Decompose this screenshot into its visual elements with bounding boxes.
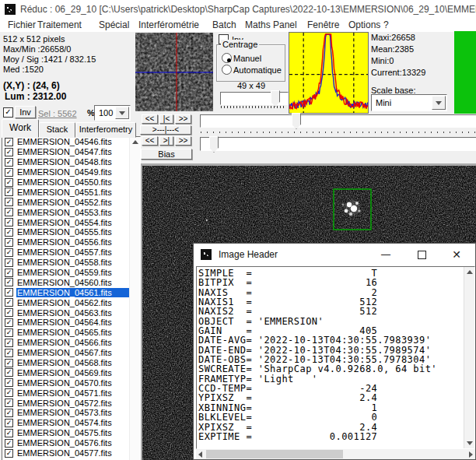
file-checkbox[interactable]: ✓ xyxy=(5,218,13,226)
file-checkbox[interactable]: ✓ xyxy=(5,138,13,146)
menu-fichier[interactable]: Fichier xyxy=(8,19,36,30)
range-slider[interactable] xyxy=(200,137,476,151)
list-item[interactable]: ✓EMMERSION_04563.fits xyxy=(2,307,140,318)
list-item[interactable]: ✓EMMERSION_04577.fits xyxy=(2,448,140,458)
list-item[interactable]: ✓EMMERSION_04573.fits xyxy=(2,408,140,418)
nav-next-top-button[interactable]: >> xyxy=(175,114,191,124)
list-item[interactable]: ✓EMMERSION_04549.fits xyxy=(2,167,140,177)
box-size-slider-thumb[interactable] xyxy=(271,90,280,107)
list-item[interactable]: ✓EMMERSION_04564.fits xyxy=(2,318,140,328)
list-item[interactable]: ✓EMMERSION_04568.fits xyxy=(2,358,140,368)
list-item[interactable]: ✓EMMERSION_04554.fits xyxy=(2,217,140,227)
nav-mark-left-button[interactable]: |< xyxy=(159,114,173,124)
menu-batch[interactable]: Batch xyxy=(212,19,236,30)
list-item[interactable]: ✓EMMERSION_04551.fits xyxy=(2,187,140,197)
list-item[interactable]: ✓EMMERSION_04574.fits xyxy=(2,418,140,428)
file-checkbox[interactable]: ✓ xyxy=(5,178,13,187)
profile-plot[interactable] xyxy=(289,32,369,114)
list-item[interactable]: ✓EMMERSION_04576.fits xyxy=(2,438,140,448)
list-item[interactable]: ✓EMMERSION_04546.fits xyxy=(2,137,140,147)
bias-button[interactable]: Bias xyxy=(141,149,192,160)
file-checkbox[interactable]: ✓ xyxy=(5,399,13,407)
file-checkbox[interactable]: ✓ xyxy=(5,288,13,297)
menu-help[interactable]: ? xyxy=(383,19,389,30)
nav-mark-right-button[interactable]: >| xyxy=(159,136,173,146)
list-item[interactable]: ✓EMMERSION_04561.fits xyxy=(2,287,140,297)
list-item[interactable]: ✓EMMERSION_04556.fits xyxy=(2,237,140,248)
file-checkbox[interactable]: ✓ xyxy=(5,198,13,206)
menu-options[interactable]: Options xyxy=(348,19,380,30)
file-checkbox[interactable]: ✓ xyxy=(5,318,13,327)
list-item[interactable]: ✓EMMERSION_04562.fits xyxy=(2,297,140,307)
file-checkbox[interactable]: ✓ xyxy=(5,359,13,367)
selection-count-link[interactable]: Sel : 5562 xyxy=(38,109,77,118)
scroll-right-icon[interactable] xyxy=(469,451,473,458)
file-checkbox[interactable]: ✓ xyxy=(5,449,13,458)
list-item[interactable]: ✓EMMERSION_04553.fits xyxy=(2,207,140,217)
range-slider-thumb[interactable] xyxy=(209,136,219,153)
close-button[interactable]: ✕ xyxy=(445,244,468,265)
list-item[interactable]: ✓EMMERSION_04548.fits xyxy=(2,157,140,167)
menu-fenetre[interactable]: Fenêtre xyxy=(307,19,339,30)
nav-next-button[interactable]: >> xyxy=(175,136,191,146)
file-checkbox[interactable]: ✓ xyxy=(5,208,13,216)
file-checkbox[interactable]: ✓ xyxy=(5,439,13,448)
scroll-up-icon[interactable] xyxy=(467,270,473,274)
file-checkbox[interactable]: ✓ xyxy=(5,378,13,387)
list-item[interactable]: ✓EMMERSION_04569.fits xyxy=(2,367,140,377)
list-item[interactable]: ✓EMMERSION_04550.fits xyxy=(2,177,140,188)
list-item[interactable]: ✓EMMERSION_04559.fits xyxy=(2,268,140,278)
inv-checkbox[interactable]: ✓ xyxy=(3,107,13,118)
file-checkbox[interactable]: ✓ xyxy=(5,328,13,337)
menu-special[interactable]: Spécial xyxy=(99,19,129,30)
zoom-thumbnail[interactable] xyxy=(135,33,213,111)
menu-interferometrie[interactable]: Interférométrie xyxy=(138,19,199,30)
menu-maths-panel[interactable]: Maths Panel xyxy=(245,19,297,30)
frame-slider-thumb[interactable] xyxy=(292,113,301,129)
list-item[interactable]: ✓EMMERSION_04557.fits xyxy=(2,248,140,258)
file-checkbox[interactable]: ✓ xyxy=(5,148,13,156)
list-item[interactable]: ✓EMMERSION_04575.fits xyxy=(2,428,140,438)
inv-button[interactable]: Inv xyxy=(15,106,36,118)
file-checkbox[interactable]: ✓ xyxy=(5,429,13,437)
file-list-scrollbar[interactable] xyxy=(129,137,140,460)
scroll-up-icon[interactable] xyxy=(132,140,138,144)
scale-base-dropdown-arrow[interactable] xyxy=(432,96,446,110)
file-checkbox[interactable]: ✓ xyxy=(5,188,13,196)
file-checkbox[interactable]: ✓ xyxy=(5,298,13,307)
file-checkbox[interactable]: ✓ xyxy=(5,308,13,317)
list-item[interactable]: ✓EMMERSION_04560.fits xyxy=(2,277,140,287)
list-item[interactable]: ✓EMMERSION_04572.fits xyxy=(2,398,140,408)
list-item[interactable]: ✓EMMERSION_04547.fits xyxy=(2,147,140,157)
nav-first-button[interactable]: << xyxy=(142,114,158,124)
minimize-button[interactable]: — xyxy=(374,244,397,265)
dialog-vscrollbar[interactable] xyxy=(464,267,474,448)
tab-interferometry[interactable]: Interferometry xyxy=(75,122,136,138)
list-item[interactable]: ✓EMMERSION_04571.fits xyxy=(2,388,140,398)
file-checkbox[interactable]: ✓ xyxy=(5,269,13,277)
file-checkbox[interactable]: ✓ xyxy=(5,409,13,417)
frame-slider[interactable] xyxy=(200,114,476,128)
list-item[interactable]: ✓EMMERSION_04567.fits xyxy=(2,348,140,358)
fits-header-view[interactable]: SIMPLE = T BITPIX = 16 NAXIS = 2 NAXIS1 … xyxy=(196,266,475,449)
dialog-hscrollbar[interactable] xyxy=(196,449,475,459)
tab-stack[interactable]: Stack xyxy=(39,122,75,138)
nav-center-button[interactable]: >---|---< xyxy=(140,125,191,135)
box-size-slider[interactable] xyxy=(220,92,289,105)
radio-automatic[interactable] xyxy=(222,65,232,75)
scroll-left-icon[interactable] xyxy=(198,451,202,458)
file-checkbox[interactable]: ✓ xyxy=(5,238,13,247)
file-checkbox[interactable]: ✓ xyxy=(5,368,13,377)
list-item[interactable]: ✓EMMERSION_04570.fits xyxy=(2,377,140,388)
scale-base-dropdown[interactable]: Mini xyxy=(371,94,447,111)
dialog-title-bar[interactable]: Image Header — ✕ xyxy=(194,244,475,265)
file-checkbox[interactable]: ✓ xyxy=(5,349,13,357)
file-checkbox[interactable]: ✓ xyxy=(5,258,13,267)
scroll-down-icon[interactable] xyxy=(467,441,473,445)
nav-prev-button[interactable]: << xyxy=(142,136,158,146)
list-item[interactable]: ✓EMMERSION_04566.fits xyxy=(2,338,140,348)
file-checkbox[interactable]: ✓ xyxy=(5,278,13,286)
zoom-dropdown-arrow[interactable] xyxy=(115,107,129,119)
zoom-dropdown[interactable]: 100 xyxy=(94,105,131,121)
file-checkbox[interactable]: ✓ xyxy=(5,228,13,237)
